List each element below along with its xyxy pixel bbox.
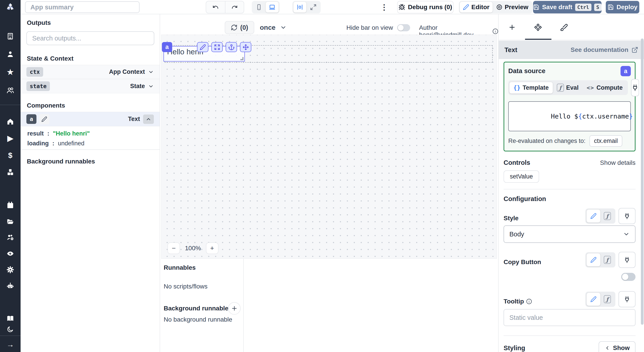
deploy-button[interactable]: Deploy: [606, 1, 639, 14]
desktop-view-button[interactable]: [266, 2, 278, 12]
settings-tabs: [499, 14, 644, 40]
data-source-card: Data source a {} Template ƒ Eval <> Comp…: [504, 62, 636, 152]
static-mode-button[interactable]: [586, 210, 600, 222]
refresh-button[interactable]: (0): [225, 21, 254, 34]
center-content-button[interactable]: [294, 2, 306, 12]
outputs-panel: Outputs State & Context ctx App Context …: [20, 14, 160, 352]
preview-tab[interactable]: Preview: [493, 2, 532, 12]
dark-mode-icon[interactable]: [0, 324, 20, 334]
loading-output-row[interactable]: loading : undefined: [20, 140, 160, 147]
resize-handle[interactable]: [240, 57, 244, 60]
result-output-row[interactable]: result : "Hello henri": [20, 130, 160, 137]
connect-plug-button[interactable]: [618, 208, 636, 224]
save-draft-button[interactable]: Save draft Ctrl S: [533, 1, 602, 14]
zoom-out-button[interactable]: −: [168, 242, 180, 254]
docs-icon[interactable]: [0, 313, 20, 324]
variables-icon[interactable]: $: [0, 150, 20, 160]
styling-tab[interactable]: [557, 21, 571, 34]
scrollbar[interactable]: [641, 38, 644, 325]
resources-icon[interactable]: [0, 167, 20, 178]
eval-tab[interactable]: ƒ Eval: [553, 82, 583, 94]
align-horizontal-space-icon: [296, 4, 303, 10]
components-title: Components: [20, 102, 71, 109]
calendar-icon: [6, 202, 14, 209]
copy-button-toggle[interactable]: [621, 273, 636, 281]
collapse-sidebar-icon[interactable]: →: [0, 339, 20, 350]
component-settings-tab[interactable]: [531, 21, 545, 34]
add-background-runnable-button[interactable]: [228, 302, 240, 315]
fullscreen-button[interactable]: [307, 2, 320, 12]
groups-icon[interactable]: [0, 85, 20, 96]
static-mode-button[interactable]: [586, 254, 600, 266]
debug-runs-button[interactable]: Debug runs (0): [397, 1, 454, 14]
template-tab[interactable]: {} Template: [510, 82, 553, 94]
collapse-component-button[interactable]: [143, 114, 154, 124]
rename-component-button[interactable]: [39, 114, 50, 124]
folders-icon[interactable]: [0, 216, 20, 227]
tooltip-input[interactable]: [504, 309, 636, 326]
compute-tab[interactable]: <> Compute: [582, 82, 626, 94]
ctx-row[interactable]: ctx App Context: [20, 65, 160, 79]
settings-icon[interactable]: [0, 264, 20, 275]
expand-component-button[interactable]: [211, 42, 223, 52]
schedules-icon[interactable]: [0, 200, 20, 211]
zoom-in-button[interactable]: +: [206, 242, 218, 254]
info-icon[interactable]: [526, 298, 532, 304]
reeval-dependency-chip[interactable]: ctx.email: [590, 135, 622, 147]
show-details-link[interactable]: Show details: [600, 159, 636, 166]
search-outputs-input[interactable]: [26, 31, 154, 45]
data-source-mode-tabs: {} Template ƒ Eval <> Compute: [508, 80, 628, 95]
eval-mode-button[interactable]: ƒ: [600, 293, 614, 306]
state-context-title: State & Context: [20, 55, 80, 62]
see-documentation-link[interactable]: See documentation: [571, 46, 638, 54]
undo-button[interactable]: [206, 1, 225, 13]
ai-icon[interactable]: [0, 280, 20, 291]
plus-icon: [231, 305, 238, 312]
static-mode-button[interactable]: [586, 293, 600, 306]
runnables-list: Runnables No scripts/flows Background ru…: [160, 259, 244, 352]
favorites-icon[interactable]: ★: [0, 67, 20, 78]
connect-plug-button[interactable]: [618, 291, 636, 307]
anchor-component-button[interactable]: [226, 42, 237, 52]
code-icon: <>: [586, 84, 594, 91]
divider: [504, 336, 636, 336]
show-styling-button[interactable]: Show: [598, 341, 636, 352]
mobile-view-button[interactable]: [253, 2, 265, 12]
connect-plug-button[interactable]: [618, 252, 636, 268]
workspace-icon[interactable]: [0, 31, 20, 42]
redo-button[interactable]: [225, 1, 244, 13]
setvalue-button[interactable]: setValue: [504, 170, 539, 183]
workers-icon[interactable]: [0, 232, 20, 243]
tooltip-label: Tooltip: [504, 298, 532, 305]
canvas-grid[interactable]: Hello henri a − 100% +: [161, 35, 497, 259]
runs-icon[interactable]: ▶: [0, 133, 20, 144]
windmill-logo[interactable]: [0, 0, 20, 14]
info-icon[interactable]: [492, 28, 498, 34]
no-scripts-text: No scripts/flows: [164, 283, 240, 290]
pencil-icon: [590, 257, 596, 263]
edit-component-button[interactable]: [197, 42, 208, 52]
refresh-mode-select[interactable]: once: [260, 24, 287, 31]
audit-icon[interactable]: [0, 248, 20, 259]
editor-tab[interactable]: Editor: [460, 2, 492, 12]
connect-plug-button[interactable]: [631, 79, 639, 96]
chevron-down-icon[interactable]: [148, 84, 154, 89]
ctx-badge: ctx: [26, 67, 43, 77]
eval-mode-button[interactable]: ƒ: [600, 210, 614, 222]
user-icon[interactable]: [0, 49, 20, 60]
move-component-button[interactable]: [240, 42, 251, 52]
plus-icon: [508, 24, 516, 31]
chevron-down-icon[interactable]: [148, 69, 154, 75]
more-menu-button[interactable]: ⋮: [380, 0, 389, 14]
home-icon-item[interactable]: [0, 116, 20, 127]
component-a-row[interactable]: a Text: [20, 112, 160, 126]
template-code-input[interactable]: Hello ${ctx.username}: [508, 101, 631, 131]
app-summary-input[interactable]: [25, 1, 140, 13]
result-value: "Hello henri": [53, 130, 90, 137]
chevron-up-icon: [146, 116, 152, 122]
insert-component-tab[interactable]: [505, 21, 519, 34]
style-select[interactable]: Body: [504, 226, 636, 243]
eval-mode-button[interactable]: ƒ: [600, 254, 614, 266]
state-row[interactable]: state State: [20, 79, 160, 93]
hide-bar-toggle[interactable]: [397, 24, 410, 31]
